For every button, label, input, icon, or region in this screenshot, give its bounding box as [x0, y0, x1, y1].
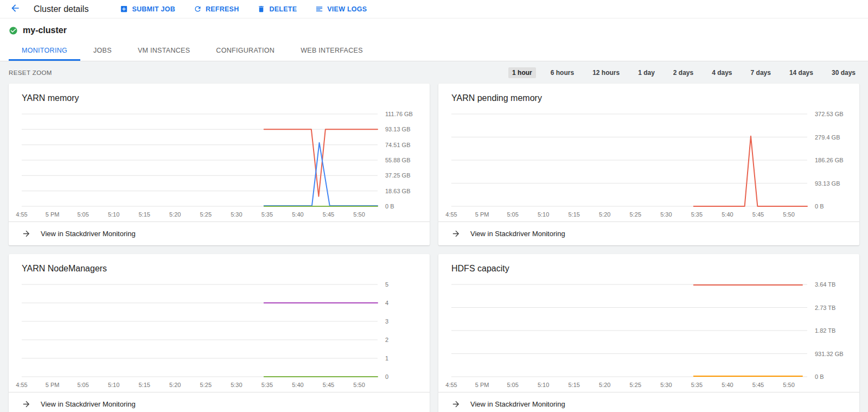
- x-tick-label: 5:40: [292, 211, 303, 218]
- x-tick-label: 5:45: [323, 382, 334, 388]
- x-tick-label: 5:25: [630, 382, 641, 388]
- time-range-2-days[interactable]: 2 days: [669, 67, 697, 78]
- x-tick-label: 5:15: [138, 211, 150, 218]
- y-tick-label: 279.4 GB: [815, 134, 840, 141]
- tabs: MONITORINGJOBSVM INSTANCESCONFIGURATIONW…: [0, 41, 868, 61]
- x-tick-label: 4:55: [445, 382, 457, 388]
- time-range-4-days[interactable]: 4 days: [708, 67, 736, 78]
- tab-monitoring[interactable]: MONITORING: [9, 41, 80, 61]
- chart-plot-area: 5432104:555 PM5:055:105:155:205:255:305:…: [9, 282, 430, 391]
- tab-configuration[interactable]: CONFIGURATION: [203, 41, 288, 61]
- chart-plot-area: 111.76 GB93.13 GB74.51 GB55.88 GB37.25 G…: [9, 112, 430, 220]
- y-tick-label: 2.73 TB: [815, 305, 835, 311]
- y-tick-label: 55.88 GB: [385, 157, 410, 163]
- stackdriver-link-label: View in Stackdriver Monitoring: [41, 230, 136, 238]
- time-range-14-days[interactable]: 14 days: [786, 67, 817, 78]
- chart-plot-area: 372.53 GB279.4 GB186.26 GB93.13 GB0 B4:5…: [438, 112, 859, 220]
- x-tick-label: 5:20: [599, 382, 610, 388]
- delete-button[interactable]: DELETE: [257, 5, 297, 13]
- stackdriver-link[interactable]: View in Stackdriver Monitoring: [9, 392, 430, 412]
- x-tick-label: 5:45: [752, 211, 764, 218]
- tab-jobs[interactable]: JOBS: [80, 41, 125, 61]
- x-tick-label: 4:55: [445, 211, 457, 218]
- refresh-button[interactable]: REFRESH: [194, 5, 239, 13]
- x-tick-label: 5:35: [691, 211, 703, 218]
- y-axis-labels: 543210: [380, 284, 430, 377]
- chart-title: YARN NodeManagers: [9, 254, 430, 276]
- arrow-right-icon: [22, 400, 31, 409]
- x-tick-label: 5:25: [630, 211, 641, 218]
- x-tick-label: 5:50: [353, 211, 365, 218]
- arrow-right-icon: [451, 400, 461, 409]
- y-tick-label: 4: [385, 300, 388, 306]
- x-tick-label: 4:55: [16, 211, 27, 218]
- y-tick-label: 0 B: [815, 203, 824, 210]
- y-axis-labels: 372.53 GB279.4 GB186.26 GB93.13 GB0 B: [809, 114, 859, 206]
- x-tick-label: 5:50: [783, 211, 794, 218]
- time-range-7-days[interactable]: 7 days: [747, 67, 775, 78]
- chart-canvas: [451, 284, 807, 377]
- chart-title: HDFS capacity: [438, 254, 859, 276]
- x-tick-label: 5:10: [538, 382, 549, 388]
- x-tick-label: 5 PM: [46, 382, 60, 388]
- view-logs-icon: [315, 5, 323, 13]
- x-tick-label: 5:45: [752, 382, 764, 388]
- x-tick-label: 5:15: [138, 382, 150, 388]
- x-tick-label: 5:30: [660, 211, 672, 218]
- plot: [451, 114, 807, 206]
- time-range-12-hours[interactable]: 12 hours: [589, 67, 623, 78]
- x-tick-label: 5:50: [353, 382, 365, 388]
- arrow-right-icon: [22, 229, 31, 238]
- x-tick-label: 5 PM: [475, 211, 489, 218]
- y-tick-label: 0 B: [815, 373, 824, 380]
- view-logs-button[interactable]: VIEW LOGS: [315, 5, 367, 13]
- x-tick-label: 5:25: [200, 382, 212, 388]
- tab-web-interfaces[interactable]: WEB INTERFACES: [288, 41, 376, 61]
- time-range-30-days[interactable]: 30 days: [828, 67, 859, 78]
- charts-grid: YARN memory111.76 GB93.13 GB74.51 GB55.8…: [0, 84, 868, 412]
- series-line-red-series: [694, 136, 807, 206]
- x-tick-label: 5:05: [507, 382, 518, 388]
- x-tick-label: 5:05: [77, 211, 88, 218]
- reset-zoom-button[interactable]: RESET ZOOM: [9, 69, 52, 76]
- y-tick-label: 18.63 GB: [385, 188, 410, 194]
- submit-job-button[interactable]: SUBMIT JOB: [120, 5, 175, 13]
- chart-canvas: [22, 284, 378, 377]
- x-tick-label: 5:25: [200, 211, 212, 218]
- time-range-1-hour[interactable]: 1 hour: [508, 67, 536, 78]
- x-tick-label: 5:20: [169, 211, 181, 218]
- y-tick-label: 3: [385, 318, 388, 325]
- y-tick-label: 74.51 GB: [385, 142, 410, 148]
- stackdriver-link[interactable]: View in Stackdriver Monitoring: [438, 221, 859, 245]
- submit-job-icon: [120, 5, 128, 13]
- x-tick-label: 5:40: [722, 211, 733, 218]
- chart-card: YARN memory111.76 GB93.13 GB74.51 GB55.8…: [9, 84, 430, 245]
- page-title: Cluster details: [34, 4, 88, 14]
- x-axis-labels: 4:555 PM5:055:105:155:205:255:305:355:40…: [451, 379, 807, 391]
- tab-vm-instances[interactable]: VM INSTANCES: [125, 41, 203, 61]
- x-tick-label: 5:05: [77, 382, 88, 388]
- x-tick-label: 5:30: [231, 211, 242, 218]
- x-tick-label: 5 PM: [46, 211, 60, 218]
- stackdriver-link[interactable]: View in Stackdriver Monitoring: [438, 392, 859, 412]
- time-range-1-day[interactable]: 1 day: [634, 67, 659, 78]
- x-tick-label: 5:30: [660, 382, 672, 388]
- y-tick-label: 3.64 TB: [815, 281, 835, 288]
- back-button[interactable]: [9, 3, 22, 16]
- x-axis-labels: 4:555 PM5:055:105:155:205:255:305:355:40…: [22, 208, 378, 220]
- zoombar: RESET ZOOM 1 hour6 hours12 hours1 day2 d…: [0, 61, 868, 84]
- action-label: SUBMIT JOB: [132, 5, 175, 13]
- cluster-name: my-cluster: [23, 26, 67, 35]
- x-tick-label: 5:10: [108, 211, 119, 218]
- time-range-6-hours[interactable]: 6 hours: [547, 67, 578, 78]
- y-tick-label: 111.76 GB: [385, 111, 413, 117]
- stackdriver-link-label: View in Stackdriver Monitoring: [41, 400, 136, 408]
- stackdriver-link[interactable]: View in Stackdriver Monitoring: [9, 221, 430, 245]
- y-tick-label: 0 B: [385, 203, 394, 210]
- monitoring-content: RESET ZOOM 1 hour6 hours12 hours1 day2 d…: [0, 61, 868, 412]
- time-range-selector: 1 hour6 hours12 hours1 day2 days4 days7 …: [508, 67, 859, 78]
- x-tick-label: 5:50: [783, 382, 794, 388]
- x-tick-label: 5:40: [722, 382, 733, 388]
- x-axis-labels: 4:555 PM5:055:105:155:205:255:305:355:40…: [22, 379, 378, 391]
- stackdriver-link-label: View in Stackdriver Monitoring: [470, 400, 565, 408]
